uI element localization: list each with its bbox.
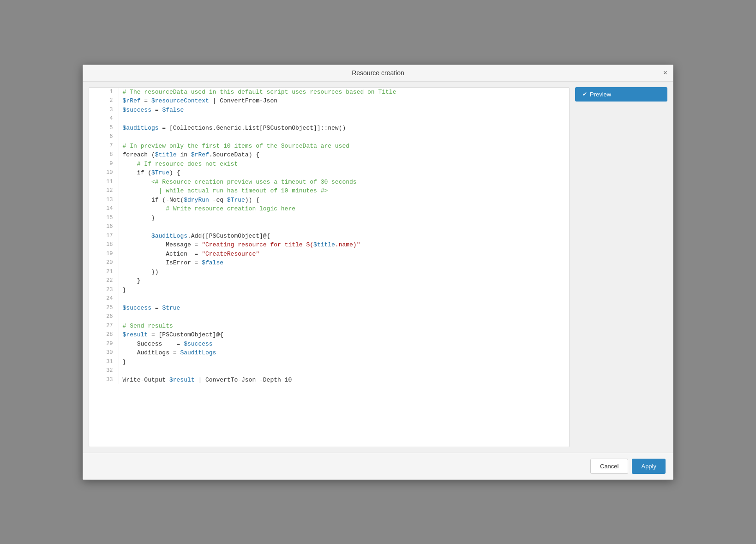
table-row: 3$success = $false [89, 106, 569, 115]
check-icon: ✔ [582, 91, 587, 97]
table-row: 10 if ($True) { [89, 168, 569, 178]
line-code: if ($True) { [119, 168, 569, 178]
line-number: 8 [89, 150, 119, 160]
line-number: 1 [89, 88, 119, 97]
table-row: 19 Action = "CreateResource" [89, 250, 569, 259]
line-code: IsError = $false [119, 258, 569, 268]
line-number: 27 [89, 322, 119, 331]
table-row: 33Write-Output $result | ConvertTo-Json … [89, 376, 569, 385]
table-row: 7# In preview only the first 10 items of… [89, 142, 569, 151]
apply-button[interactable]: Apply [632, 459, 666, 474]
line-number: 33 [89, 376, 119, 385]
line-code: Message = "Creating resource for title $… [119, 240, 569, 250]
line-code: $auditLogs.Add([PSCustomObject]@{ [119, 232, 569, 241]
line-number: 3 [89, 106, 119, 115]
line-code: $auditLogs = [Collections.Generic.List[P… [119, 124, 569, 133]
line-number: 21 [89, 268, 119, 277]
table-row: 21 }) [89, 268, 569, 277]
table-row: 13 if (-Not($dryRun -eq $True)) { [89, 196, 569, 205]
line-code: } [119, 276, 569, 286]
dialog: Resource creation × 1# The resourceData … [83, 65, 673, 480]
line-number: 6 [89, 132, 119, 142]
table-row: 29 Success = $success [89, 340, 569, 349]
line-number: 28 [89, 330, 119, 340]
table-row: 1# The resourceData used in this default… [89, 88, 569, 97]
preview-button-label: Preview [590, 91, 611, 98]
line-code: } [119, 214, 569, 223]
line-code: $success = $true [119, 304, 569, 313]
close-icon[interactable]: × [663, 69, 667, 77]
line-code: } [119, 358, 569, 367]
cancel-button[interactable]: Cancel [590, 459, 628, 474]
table-row: 31} [89, 358, 569, 367]
line-code [119, 294, 569, 304]
line-code: # If resource does not exist [119, 160, 569, 169]
line-number: 26 [89, 312, 119, 322]
line-number: 25 [89, 304, 119, 313]
line-number: 32 [89, 366, 119, 376]
table-row: 25$success = $true [89, 304, 569, 313]
line-number: 29 [89, 340, 119, 349]
line-number: 12 [89, 186, 119, 196]
dialog-title: Resource creation [352, 69, 404, 77]
line-number: 2 [89, 96, 119, 106]
line-code: if (-Not($dryRun -eq $True)) { [119, 196, 569, 205]
line-code [119, 222, 569, 232]
line-code: $result = [PSCustomObject]@{ [119, 330, 569, 340]
line-number: 16 [89, 222, 119, 232]
line-code: }) [119, 268, 569, 277]
line-number: 19 [89, 250, 119, 259]
dialog-header: Resource creation × [83, 65, 673, 82]
line-number: 22 [89, 276, 119, 286]
line-number: 17 [89, 232, 119, 241]
line-code [119, 114, 569, 124]
line-code: # Send results [119, 322, 569, 331]
table-row: 15 } [89, 214, 569, 223]
line-code: foreach ($title in $rRef.SourceData) { [119, 150, 569, 160]
line-code [119, 312, 569, 322]
line-code: Action = "CreateResource" [119, 250, 569, 259]
table-row: 24 [89, 294, 569, 304]
line-code: } [119, 286, 569, 295]
table-row: 16 [89, 222, 569, 232]
line-code [119, 366, 569, 376]
table-row: 23} [89, 286, 569, 295]
line-number: 11 [89, 178, 119, 187]
line-number: 31 [89, 358, 119, 367]
table-row: 26 [89, 312, 569, 322]
line-code: | while actual run has timeout of 10 min… [119, 186, 569, 196]
line-code: <# Resource creation preview uses a time… [119, 178, 569, 187]
table-row: 5$auditLogs = [Collections.Generic.List[… [89, 124, 569, 133]
preview-button[interactable]: ✔ Preview [575, 87, 667, 102]
table-row: 9 # If resource does not exist [89, 160, 569, 169]
line-code: # In preview only the first 10 items of … [119, 142, 569, 151]
line-number: 9 [89, 160, 119, 169]
table-row: 17 $auditLogs.Add([PSCustomObject]@{ [89, 232, 569, 241]
line-number: 4 [89, 114, 119, 124]
right-panel: ✔ Preview [575, 87, 667, 447]
line-code: Write-Output $result | ConvertTo-Json -D… [119, 376, 569, 385]
line-number: 10 [89, 168, 119, 178]
line-number: 30 [89, 348, 119, 358]
line-number: 15 [89, 214, 119, 223]
table-row: 2$rRef = $resourceContext | ConvertFrom-… [89, 96, 569, 106]
table-row: 27# Send results [89, 322, 569, 331]
line-number: 18 [89, 240, 119, 250]
line-number: 24 [89, 294, 119, 304]
line-code [119, 132, 569, 142]
table-row: 12 | while actual run has timeout of 10 … [89, 186, 569, 196]
line-number: 13 [89, 196, 119, 205]
line-code: $success = $false [119, 106, 569, 115]
line-number: 5 [89, 124, 119, 133]
table-row: 14 # Write resource creation logic here [89, 204, 569, 214]
code-panel[interactable]: 1# The resourceData used in this default… [89, 87, 570, 447]
line-number: 23 [89, 286, 119, 295]
table-row: 6 [89, 132, 569, 142]
line-code: Success = $success [119, 340, 569, 349]
table-row: 20 IsError = $false [89, 258, 569, 268]
line-code: # Write resource creation logic here [119, 204, 569, 214]
table-row: 4 [89, 114, 569, 124]
line-number: 7 [89, 142, 119, 151]
table-row: 11 <# Resource creation preview uses a t… [89, 178, 569, 187]
table-row: 30 AuditLogs = $auditLogs [89, 348, 569, 358]
